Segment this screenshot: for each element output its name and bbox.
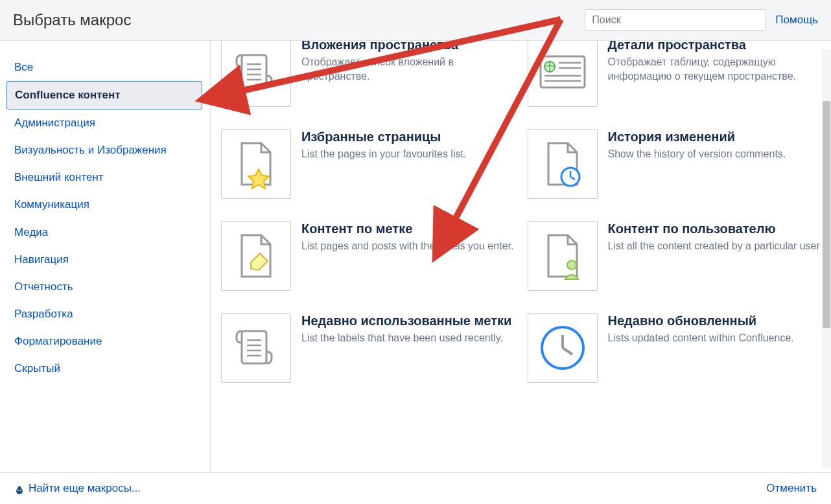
sidebar-item-communication[interactable]: Коммуникация xyxy=(0,191,210,218)
clock-icon xyxy=(528,313,598,383)
scrollbar[interactable] xyxy=(822,49,831,468)
sidebar-item-formatting[interactable]: Форматирование xyxy=(0,328,210,355)
sidebar-list: Все Confluence контент Администрация Виз… xyxy=(0,54,210,472)
macro-recently-updated[interactable]: Недавно обновленный Lists updated conten… xyxy=(528,313,821,383)
globe-list-icon xyxy=(528,41,598,107)
dialog-footer: Найти еще макросы... Отменить xyxy=(0,472,831,504)
header-right: Помощь xyxy=(585,9,818,31)
macro-desc: Отображает список вложений в пространств… xyxy=(301,55,515,83)
svg-point-26 xyxy=(20,490,21,491)
macro-text: Недавно использованные метки List the la… xyxy=(301,313,515,383)
macro-desc: List the pages in your favourites list. xyxy=(301,147,515,161)
page-clock-icon xyxy=(528,129,598,199)
macro-text: Вложения пространства Отображает список … xyxy=(301,41,515,107)
dialog-body: Все Confluence контент Администрация Виз… xyxy=(0,41,831,472)
sidebar-item-confluence-content[interactable]: Confluence контент xyxy=(6,81,202,109)
svg-rect-16 xyxy=(242,331,266,363)
scroll-icon xyxy=(221,313,291,383)
macro-grid: Вложения пространства Отображает список … xyxy=(221,41,821,383)
macro-space-attachments[interactable]: Вложения пространства Отображает список … xyxy=(221,41,515,107)
macro-title: Избранные страницы xyxy=(301,129,515,144)
search-input[interactable] xyxy=(585,9,766,31)
sidebar-item-all[interactable]: Все xyxy=(0,54,210,81)
macro-browser-dialog: Выбрать макрос Помощь Все Confluence кон… xyxy=(0,0,831,504)
page-tag-icon xyxy=(221,221,291,291)
help-link[interactable]: Помощь xyxy=(775,14,818,27)
scrollbar-thumb[interactable] xyxy=(823,101,830,328)
find-more-label: Найти еще макросы... xyxy=(29,482,141,495)
scroll-icon xyxy=(221,41,291,107)
svg-point-25 xyxy=(18,490,19,491)
macro-title: Вложения пространства xyxy=(301,41,515,52)
page-star-icon xyxy=(221,129,291,199)
find-more-link[interactable]: Найти еще макросы... xyxy=(14,482,141,495)
macro-title: Детали пространства xyxy=(608,41,821,52)
macro-title: Недавно обновленный xyxy=(608,313,821,328)
macro-text: Детали пространства Отображает таблицу, … xyxy=(608,41,821,107)
macro-favourite-pages[interactable]: Избранные страницы List the pages in you… xyxy=(221,129,515,199)
macro-title: Недавно использованные метки xyxy=(301,313,515,328)
macro-desc: Lists updated content within Confluence. xyxy=(608,331,821,345)
macro-space-details[interactable]: Детали пространства Отображает таблицу, … xyxy=(528,41,821,107)
macro-text: Недавно обновленный Lists updated conten… xyxy=(608,313,821,383)
macro-desc: List all the content created by a partic… xyxy=(608,239,821,253)
content-pane: Вложения пространства Отображает список … xyxy=(211,41,831,472)
macro-title: История изменений xyxy=(608,129,821,144)
dialog-header: Выбрать макрос Помощь xyxy=(0,0,831,41)
macro-recently-used-labels[interactable]: Недавно использованные метки List the la… xyxy=(221,313,515,383)
svg-rect-0 xyxy=(242,55,266,87)
marketplace-icon xyxy=(14,482,25,495)
sidebar-item-reporting[interactable]: Отчетность xyxy=(0,273,210,301)
cancel-button[interactable]: Отменить xyxy=(766,482,817,495)
macro-text: Контент по пользователю List all the con… xyxy=(608,221,821,291)
macro-change-history[interactable]: История изменений Show the history of ve… xyxy=(528,129,821,199)
macro-desc: Отображает таблицу, содержащую информаци… xyxy=(608,55,821,83)
macro-title: Контент по пользователю xyxy=(608,221,821,236)
sidebar-item-visuals[interactable]: Визуальность и Изображения xyxy=(0,137,210,164)
sidebar-item-admin[interactable]: Администрация xyxy=(0,109,210,137)
macro-text: История изменений Show the history of ve… xyxy=(608,129,821,199)
macro-text: Избранные страницы List the pages in you… xyxy=(301,129,515,199)
sidebar-item-development[interactable]: Разработка xyxy=(0,301,210,328)
macro-desc: Show the history of version comments. xyxy=(608,147,821,161)
sidebar: Все Confluence контент Администрация Виз… xyxy=(0,41,211,472)
dialog-title: Выбрать макрос xyxy=(13,11,131,29)
macro-content-by-user[interactable]: Контент по пользователю List all the con… xyxy=(528,221,821,291)
macro-text: Контент по метке List pages and posts wi… xyxy=(301,221,515,291)
sidebar-item-navigation[interactable]: Навигация xyxy=(0,246,210,273)
sidebar-item-hidden[interactable]: Скрытый xyxy=(0,355,210,382)
page-user-icon xyxy=(528,221,598,291)
svg-line-23 xyxy=(563,348,572,354)
macro-desc: List the labels that have been used rece… xyxy=(301,331,515,345)
svg-point-24 xyxy=(16,488,23,494)
sidebar-item-media[interactable]: Медиа xyxy=(0,219,210,246)
svg-point-15 xyxy=(567,260,576,269)
macro-content-by-label[interactable]: Контент по метке List pages and posts wi… xyxy=(221,221,515,291)
sidebar-item-external[interactable]: Внешний контент xyxy=(0,164,210,191)
macro-desc: List pages and posts with the labels you… xyxy=(301,239,515,253)
macro-title: Контент по метке xyxy=(301,221,515,236)
